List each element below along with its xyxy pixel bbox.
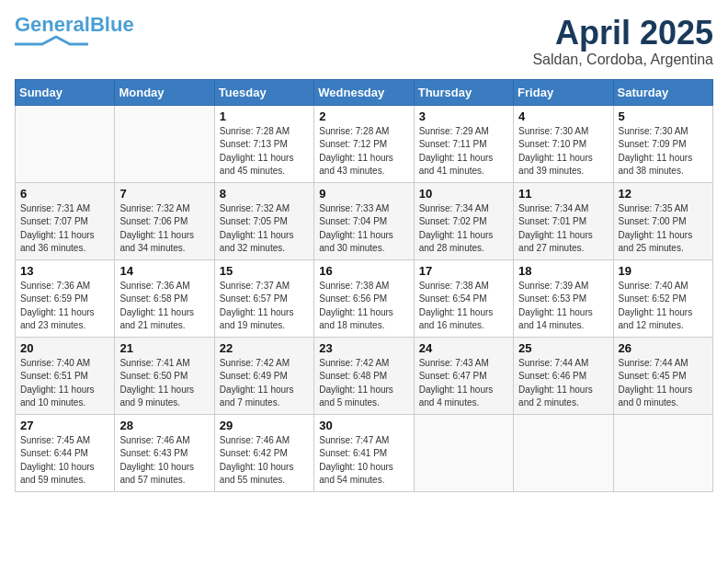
logo: GeneralBlue [15, 15, 134, 48]
calendar-cell: 26Sunrise: 7:44 AM Sunset: 6:45 PM Dayli… [613, 337, 712, 414]
calendar-cell: 14Sunrise: 7:36 AM Sunset: 6:58 PM Dayli… [115, 259, 214, 337]
day-info: Sunrise: 7:32 AM Sunset: 7:06 PM Dayligh… [119, 202, 209, 256]
calendar-cell: 24Sunrise: 7:43 AM Sunset: 6:47 PM Dayli… [414, 337, 513, 414]
calendar-cell: 3Sunrise: 7:29 AM Sunset: 7:11 PM Daylig… [414, 105, 513, 182]
day-info: Sunrise: 7:28 AM Sunset: 7:12 PM Dayligh… [319, 125, 408, 178]
day-info: Sunrise: 7:43 AM Sunset: 6:47 PM Dayligh… [419, 357, 508, 410]
calendar-week-2: 6Sunrise: 7:31 AM Sunset: 7:07 PM Daylig… [16, 182, 713, 259]
calendar-table: SundayMondayTuesdayWednesdayThursdayFrid… [15, 79, 713, 492]
calendar-cell: 8Sunrise: 7:32 AM Sunset: 7:05 PM Daylig… [214, 182, 313, 259]
calendar-cell [613, 414, 712, 491]
calendar-week-5: 27Sunrise: 7:45 AM Sunset: 6:44 PM Dayli… [16, 414, 713, 491]
day-number: 25 [518, 341, 608, 355]
day-info: Sunrise: 7:46 AM Sunset: 6:42 PM Dayligh… [220, 434, 309, 488]
day-number: 21 [119, 341, 209, 355]
day-number: 20 [20, 341, 109, 355]
calendar-cell: 5Sunrise: 7:30 AM Sunset: 7:09 PM Daylig… [613, 105, 712, 182]
day-number: 26 [619, 341, 708, 355]
day-number: 13 [20, 264, 109, 278]
day-info: Sunrise: 7:40 AM Sunset: 6:52 PM Dayligh… [619, 280, 708, 333]
column-header-thursday: Thursday [414, 79, 513, 105]
column-header-saturday: Saturday [613, 79, 712, 105]
logo-blue: Blue [90, 13, 134, 36]
day-info: Sunrise: 7:46 AM Sunset: 6:43 PM Dayligh… [119, 434, 209, 488]
day-number: 6 [20, 187, 109, 201]
calendar-cell [16, 105, 115, 182]
day-info: Sunrise: 7:38 AM Sunset: 6:54 PM Dayligh… [419, 280, 508, 333]
calendar-cell: 7Sunrise: 7:32 AM Sunset: 7:06 PM Daylig… [115, 182, 214, 259]
calendar-cell: 19Sunrise: 7:40 AM Sunset: 6:52 PM Dayli… [613, 259, 712, 337]
calendar-header-row: SundayMondayTuesdayWednesdayThursdayFrid… [16, 79, 713, 105]
day-info: Sunrise: 7:29 AM Sunset: 7:11 PM Dayligh… [419, 125, 508, 178]
day-info: Sunrise: 7:34 AM Sunset: 7:02 PM Dayligh… [419, 202, 508, 256]
calendar-cell: 11Sunrise: 7:34 AM Sunset: 7:01 PM Dayli… [514, 182, 613, 259]
day-info: Sunrise: 7:32 AM Sunset: 7:05 PM Dayligh… [220, 202, 309, 256]
calendar-cell: 25Sunrise: 7:44 AM Sunset: 6:46 PM Dayli… [514, 337, 613, 414]
day-number: 8 [220, 187, 309, 201]
day-number: 1 [220, 109, 309, 123]
calendar-cell: 15Sunrise: 7:37 AM Sunset: 6:57 PM Dayli… [214, 259, 313, 337]
calendar-cell [414, 414, 513, 491]
logo-general: General [15, 13, 90, 36]
calendar-cell: 23Sunrise: 7:42 AM Sunset: 6:48 PM Dayli… [314, 337, 414, 414]
day-info: Sunrise: 7:44 AM Sunset: 6:45 PM Dayligh… [619, 357, 708, 410]
calendar-cell: 6Sunrise: 7:31 AM Sunset: 7:07 PM Daylig… [16, 182, 115, 259]
day-info: Sunrise: 7:41 AM Sunset: 6:50 PM Dayligh… [119, 357, 209, 410]
calendar-body: 1Sunrise: 7:28 AM Sunset: 7:13 PM Daylig… [16, 105, 713, 491]
calendar-cell: 9Sunrise: 7:33 AM Sunset: 7:04 PM Daylig… [314, 182, 414, 259]
calendar-week-3: 13Sunrise: 7:36 AM Sunset: 6:59 PM Dayli… [16, 259, 713, 337]
calendar-cell: 21Sunrise: 7:41 AM Sunset: 6:50 PM Dayli… [115, 337, 214, 414]
day-number: 23 [319, 341, 408, 355]
calendar-cell: 27Sunrise: 7:45 AM Sunset: 6:44 PM Dayli… [16, 414, 115, 491]
day-info: Sunrise: 7:34 AM Sunset: 7:01 PM Dayligh… [518, 202, 608, 256]
day-info: Sunrise: 7:28 AM Sunset: 7:13 PM Dayligh… [220, 125, 309, 178]
day-number: 2 [319, 109, 408, 123]
page-header: GeneralBlue April 2025 Saldan, Cordoba, … [15, 15, 713, 68]
day-info: Sunrise: 7:45 AM Sunset: 6:44 PM Dayligh… [20, 434, 109, 488]
day-number: 24 [419, 341, 508, 355]
month-year: April 2025 [532, 15, 713, 52]
day-number: 9 [319, 187, 408, 201]
day-number: 27 [20, 419, 109, 432]
calendar-cell: 13Sunrise: 7:36 AM Sunset: 6:59 PM Dayli… [16, 259, 115, 337]
day-number: 18 [518, 264, 608, 278]
day-info: Sunrise: 7:40 AM Sunset: 6:51 PM Dayligh… [20, 357, 109, 410]
day-number: 14 [119, 264, 209, 278]
day-info: Sunrise: 7:31 AM Sunset: 7:07 PM Dayligh… [20, 202, 109, 256]
calendar-cell: 22Sunrise: 7:42 AM Sunset: 6:49 PM Dayli… [214, 337, 313, 414]
day-info: Sunrise: 7:44 AM Sunset: 6:46 PM Dayligh… [518, 357, 608, 410]
day-info: Sunrise: 7:38 AM Sunset: 6:56 PM Dayligh… [319, 280, 408, 333]
day-number: 30 [319, 419, 408, 432]
title-block: April 2025 Saldan, Cordoba, Argentina [532, 15, 713, 68]
day-number: 5 [619, 109, 708, 123]
calendar-cell: 30Sunrise: 7:47 AM Sunset: 6:41 PM Dayli… [314, 414, 414, 491]
calendar-cell: 12Sunrise: 7:35 AM Sunset: 7:00 PM Dayli… [613, 182, 712, 259]
calendar-cell: 20Sunrise: 7:40 AM Sunset: 6:51 PM Dayli… [16, 337, 115, 414]
day-number: 29 [220, 419, 309, 432]
day-info: Sunrise: 7:30 AM Sunset: 7:09 PM Dayligh… [619, 125, 708, 178]
logo-text: GeneralBlue [15, 15, 134, 35]
day-info: Sunrise: 7:36 AM Sunset: 6:59 PM Dayligh… [20, 280, 109, 333]
day-info: Sunrise: 7:39 AM Sunset: 6:53 PM Dayligh… [518, 280, 608, 333]
day-info: Sunrise: 7:37 AM Sunset: 6:57 PM Dayligh… [220, 280, 309, 333]
day-number: 19 [619, 264, 708, 278]
column-header-wednesday: Wednesday [314, 79, 414, 105]
day-number: 4 [518, 109, 608, 123]
day-number: 12 [619, 187, 708, 201]
day-number: 22 [220, 341, 309, 355]
day-number: 7 [119, 187, 209, 201]
day-number: 28 [119, 419, 209, 432]
day-number: 10 [419, 187, 508, 201]
day-number: 15 [220, 264, 309, 278]
calendar-cell: 10Sunrise: 7:34 AM Sunset: 7:02 PM Dayli… [414, 182, 513, 259]
day-number: 16 [319, 264, 408, 278]
calendar-cell [514, 414, 613, 491]
calendar-week-4: 20Sunrise: 7:40 AM Sunset: 6:51 PM Dayli… [16, 337, 713, 414]
day-info: Sunrise: 7:36 AM Sunset: 6:58 PM Dayligh… [119, 280, 209, 333]
calendar-cell: 2Sunrise: 7:28 AM Sunset: 7:12 PM Daylig… [314, 105, 414, 182]
logo-wave-icon [15, 35, 88, 48]
calendar-cell: 16Sunrise: 7:38 AM Sunset: 6:56 PM Dayli… [314, 259, 414, 337]
calendar-cell: 1Sunrise: 7:28 AM Sunset: 7:13 PM Daylig… [214, 105, 313, 182]
column-header-friday: Friday [514, 79, 613, 105]
day-number: 3 [419, 109, 508, 123]
